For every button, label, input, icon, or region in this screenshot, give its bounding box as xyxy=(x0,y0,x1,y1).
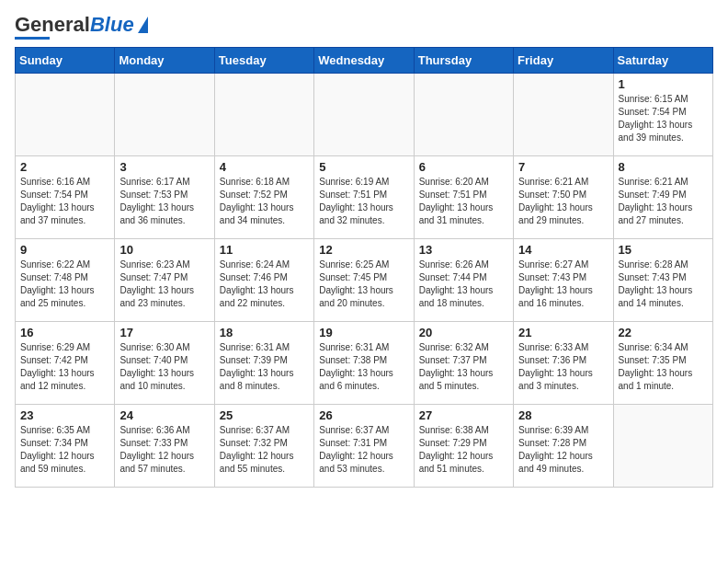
day-info: Sunrise: 6:30 AM Sunset: 7:40 PM Dayligh… xyxy=(119,341,209,393)
calendar-cell: 16Sunrise: 6:29 AM Sunset: 7:42 PM Dayli… xyxy=(16,322,115,405)
day-number: 7 xyxy=(518,160,608,174)
calendar-cell: 14Sunrise: 6:27 AM Sunset: 7:43 PM Dayli… xyxy=(514,239,613,322)
day-info: Sunrise: 6:16 AM Sunset: 7:54 PM Dayligh… xyxy=(20,176,109,227)
calendar-cell: 3Sunrise: 6:17 AM Sunset: 7:53 PM Daylig… xyxy=(115,156,214,239)
weekday-header-thursday: Thursday xyxy=(414,48,513,74)
calendar-cell: 12Sunrise: 6:25 AM Sunset: 7:45 PM Dayli… xyxy=(314,239,414,322)
day-info: Sunrise: 6:15 AM Sunset: 7:54 PM Dayligh… xyxy=(619,93,708,144)
day-number: 22 xyxy=(619,326,708,339)
calendar-cell xyxy=(613,405,712,488)
calendar-cell: 11Sunrise: 6:24 AM Sunset: 7:46 PM Dayli… xyxy=(214,239,313,322)
calendar-cell: 4Sunrise: 6:18 AM Sunset: 7:52 PM Daylig… xyxy=(214,156,313,239)
weekday-header-wednesday: Wednesday xyxy=(314,48,414,74)
calendar-cell: 5Sunrise: 6:19 AM Sunset: 7:51 PM Daylig… xyxy=(314,156,414,239)
day-number: 17 xyxy=(119,326,209,339)
day-number: 19 xyxy=(319,326,408,339)
day-number: 9 xyxy=(20,243,109,257)
calendar-cell: 25Sunrise: 6:37 AM Sunset: 7:32 PM Dayli… xyxy=(214,405,313,488)
calendar-cell: 28Sunrise: 6:39 AM Sunset: 7:28 PM Dayli… xyxy=(514,405,613,488)
day-number: 1 xyxy=(619,77,708,91)
day-info: Sunrise: 6:21 AM Sunset: 7:50 PM Dayligh… xyxy=(518,176,608,227)
day-number: 14 xyxy=(518,243,608,257)
calendar-week-row: 16Sunrise: 6:29 AM Sunset: 7:42 PM Dayli… xyxy=(16,322,713,405)
calendar-cell: 20Sunrise: 6:32 AM Sunset: 7:37 PM Dayli… xyxy=(414,322,513,405)
day-info: Sunrise: 6:38 AM Sunset: 7:29 PM Dayligh… xyxy=(419,424,508,476)
weekday-header-friday: Friday xyxy=(514,48,613,74)
day-info: Sunrise: 6:32 AM Sunset: 7:37 PM Dayligh… xyxy=(419,341,508,393)
day-info: Sunrise: 6:31 AM Sunset: 7:38 PM Dayligh… xyxy=(319,341,408,393)
calendar-cell xyxy=(414,74,513,156)
calendar-cell: 21Sunrise: 6:33 AM Sunset: 7:36 PM Dayli… xyxy=(514,322,613,405)
day-info: Sunrise: 6:39 AM Sunset: 7:28 PM Dayligh… xyxy=(518,424,608,476)
day-info: Sunrise: 6:37 AM Sunset: 7:32 PM Dayligh… xyxy=(220,424,309,476)
calendar-cell: 15Sunrise: 6:28 AM Sunset: 7:43 PM Dayli… xyxy=(613,239,712,322)
calendar-cell: 27Sunrise: 6:38 AM Sunset: 7:29 PM Dayli… xyxy=(414,405,513,488)
day-info: Sunrise: 6:35 AM Sunset: 7:34 PM Dayligh… xyxy=(20,424,109,476)
day-number: 5 xyxy=(319,160,408,174)
calendar-cell: 23Sunrise: 6:35 AM Sunset: 7:34 PM Dayli… xyxy=(16,405,115,488)
day-number: 16 xyxy=(20,326,109,339)
day-info: Sunrise: 6:31 AM Sunset: 7:39 PM Dayligh… xyxy=(220,341,309,393)
day-number: 4 xyxy=(220,160,309,174)
calendar-cell: 26Sunrise: 6:37 AM Sunset: 7:31 PM Dayli… xyxy=(314,405,414,488)
day-number: 21 xyxy=(518,326,608,339)
day-number: 27 xyxy=(419,408,508,422)
day-info: Sunrise: 6:25 AM Sunset: 7:45 PM Dayligh… xyxy=(319,259,408,310)
day-number: 15 xyxy=(619,243,708,257)
day-number: 25 xyxy=(220,408,309,422)
calendar-cell: 13Sunrise: 6:26 AM Sunset: 7:44 PM Dayli… xyxy=(414,239,513,322)
day-number: 24 xyxy=(119,408,209,422)
page-header: GeneralBlue xyxy=(15,15,713,40)
calendar-cell: 2Sunrise: 6:16 AM Sunset: 7:54 PM Daylig… xyxy=(16,156,115,239)
day-number: 2 xyxy=(20,160,109,174)
calendar-cell: 7Sunrise: 6:21 AM Sunset: 7:50 PM Daylig… xyxy=(514,156,613,239)
day-info: Sunrise: 6:24 AM Sunset: 7:46 PM Dayligh… xyxy=(220,259,309,310)
calendar-cell: 17Sunrise: 6:30 AM Sunset: 7:40 PM Dayli… xyxy=(115,322,214,405)
day-number: 28 xyxy=(518,408,608,422)
calendar-cell: 9Sunrise: 6:22 AM Sunset: 7:48 PM Daylig… xyxy=(16,239,115,322)
weekday-header-tuesday: Tuesday xyxy=(214,48,313,74)
calendar-cell: 8Sunrise: 6:21 AM Sunset: 7:49 PM Daylig… xyxy=(613,156,712,239)
calendar-cell: 24Sunrise: 6:36 AM Sunset: 7:33 PM Dayli… xyxy=(115,405,214,488)
day-info: Sunrise: 6:27 AM Sunset: 7:43 PM Dayligh… xyxy=(518,259,608,310)
logo-text: GeneralBlue xyxy=(15,15,134,35)
weekday-header-sunday: Sunday xyxy=(16,48,115,74)
calendar-cell xyxy=(115,74,214,156)
day-info: Sunrise: 6:34 AM Sunset: 7:35 PM Dayligh… xyxy=(619,341,708,393)
day-info: Sunrise: 6:23 AM Sunset: 7:47 PM Dayligh… xyxy=(119,259,209,310)
calendar-cell: 18Sunrise: 6:31 AM Sunset: 7:39 PM Dayli… xyxy=(214,322,313,405)
calendar-cell: 19Sunrise: 6:31 AM Sunset: 7:38 PM Dayli… xyxy=(314,322,414,405)
day-number: 8 xyxy=(619,160,708,174)
weekday-header-row: SundayMondayTuesdayWednesdayThursdayFrid… xyxy=(16,48,713,74)
calendar-cell: 10Sunrise: 6:23 AM Sunset: 7:47 PM Dayli… xyxy=(115,239,214,322)
day-info: Sunrise: 6:33 AM Sunset: 7:36 PM Dayligh… xyxy=(518,341,608,393)
day-number: 6 xyxy=(419,160,508,174)
day-info: Sunrise: 6:22 AM Sunset: 7:48 PM Dayligh… xyxy=(20,259,109,310)
calendar-cell xyxy=(314,74,414,156)
day-info: Sunrise: 6:18 AM Sunset: 7:52 PM Dayligh… xyxy=(220,176,309,227)
day-info: Sunrise: 6:26 AM Sunset: 7:44 PM Dayligh… xyxy=(419,259,508,310)
calendar-cell xyxy=(214,74,313,156)
day-number: 13 xyxy=(419,243,508,257)
calendar-cell: 22Sunrise: 6:34 AM Sunset: 7:35 PM Dayli… xyxy=(613,322,712,405)
calendar-week-row: 9Sunrise: 6:22 AM Sunset: 7:48 PM Daylig… xyxy=(16,239,713,322)
day-info: Sunrise: 6:17 AM Sunset: 7:53 PM Dayligh… xyxy=(119,176,209,227)
calendar-week-row: 2Sunrise: 6:16 AM Sunset: 7:54 PM Daylig… xyxy=(16,156,713,239)
day-info: Sunrise: 6:29 AM Sunset: 7:42 PM Dayligh… xyxy=(20,341,109,393)
day-number: 10 xyxy=(119,243,209,257)
day-number: 12 xyxy=(319,243,408,257)
day-info: Sunrise: 6:19 AM Sunset: 7:51 PM Dayligh… xyxy=(319,176,408,227)
day-number: 3 xyxy=(119,160,209,174)
calendar-table: SundayMondayTuesdayWednesdayThursdayFrid… xyxy=(15,47,713,488)
calendar-cell: 1Sunrise: 6:15 AM Sunset: 7:54 PM Daylig… xyxy=(613,74,712,156)
calendar-cell xyxy=(16,74,115,156)
day-number: 20 xyxy=(419,326,508,339)
day-info: Sunrise: 6:21 AM Sunset: 7:49 PM Dayligh… xyxy=(619,176,708,227)
weekday-header-monday: Monday xyxy=(115,48,214,74)
day-number: 18 xyxy=(220,326,309,339)
calendar-week-row: 1Sunrise: 6:15 AM Sunset: 7:54 PM Daylig… xyxy=(16,74,713,156)
calendar-cell xyxy=(514,74,613,156)
logo-triangle-icon xyxy=(138,17,148,33)
calendar-week-row: 23Sunrise: 6:35 AM Sunset: 7:34 PM Dayli… xyxy=(16,405,713,488)
logo: GeneralBlue xyxy=(15,15,148,40)
